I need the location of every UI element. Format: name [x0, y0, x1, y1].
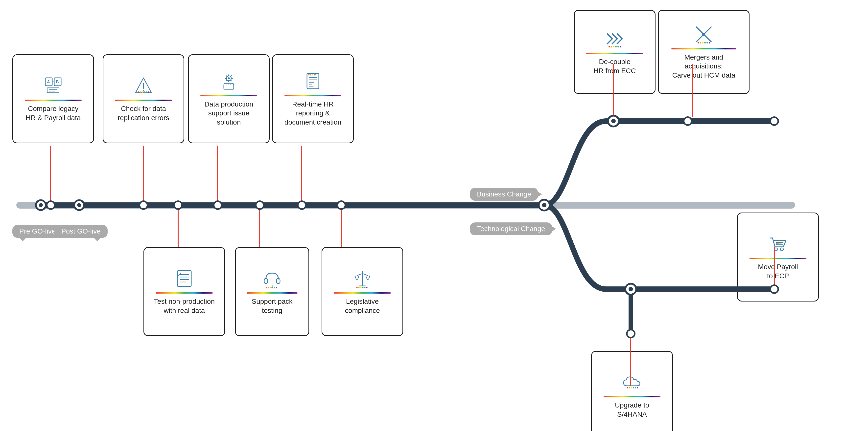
svg-point-28 — [611, 119, 616, 123]
svg-point-17 — [77, 203, 81, 207]
svg-point-21 — [214, 201, 222, 209]
svg-point-19 — [140, 201, 148, 209]
svg-point-15 — [39, 203, 43, 207]
svg-point-33 — [770, 285, 778, 293]
svg-point-20 — [174, 201, 182, 209]
svg-point-23 — [298, 201, 306, 209]
svg-point-32 — [628, 287, 633, 291]
svg-point-30 — [770, 117, 778, 125]
svg-point-24 — [337, 201, 345, 209]
svg-point-29 — [684, 117, 692, 125]
diagram-container: A B Compare legacy HR & Payroll data — [0, 0, 868, 431]
svg-point-22 — [256, 201, 264, 209]
svg-point-26 — [542, 203, 547, 207]
svg-point-34 — [627, 330, 635, 338]
svg-point-18 — [47, 201, 55, 209]
